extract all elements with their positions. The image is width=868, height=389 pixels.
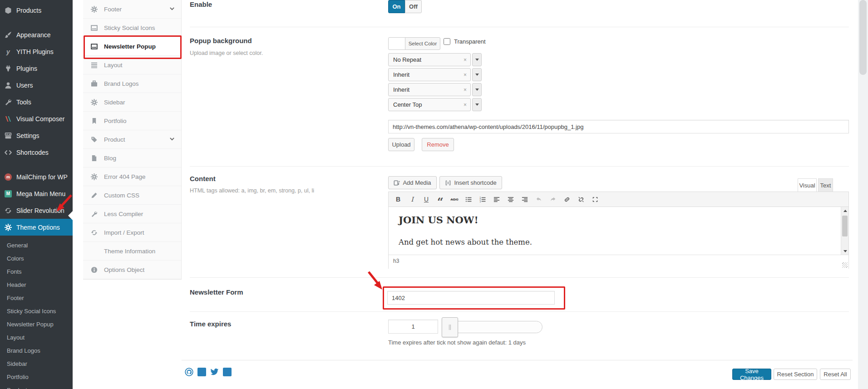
- sidebar-item-settings[interactable]: Settings: [0, 127, 73, 144]
- background-repeat-select[interactable]: No Repeat×: [388, 53, 471, 66]
- background-attachment-select[interactable]: Inherit×: [388, 83, 471, 96]
- background-position-dropdown-arrow[interactable]: [472, 98, 482, 111]
- editor-content-area[interactable]: JOIN US NOW! And get hot news about the …: [389, 207, 848, 255]
- clear-selection-icon[interactable]: ×: [464, 87, 467, 93]
- sidebar-item-mailchimp[interactable]: mMailChimp for WP: [0, 168, 73, 185]
- time-expires-input[interactable]: [388, 320, 438, 334]
- options-item-custom-css[interactable]: Custom CSS: [83, 186, 181, 205]
- page-scrollbar-thumb[interactable]: [859, 0, 867, 75]
- add-media-button[interactable]: Add Media: [388, 176, 437, 189]
- italic-button[interactable]: I: [406, 194, 418, 205]
- submenu-item-general[interactable]: General: [0, 239, 73, 252]
- undo-button[interactable]: [533, 194, 545, 205]
- color-swatch[interactable]: [388, 37, 405, 50]
- submenu-item-fonts[interactable]: Fonts: [0, 265, 73, 278]
- sidebar-item-theme-options[interactable]: Theme Options: [0, 219, 73, 236]
- bulleted-list-button[interactable]: [463, 194, 474, 205]
- tab-visual[interactable]: Visual: [798, 178, 817, 192]
- facebook-icon[interactable]: f: [197, 368, 206, 376]
- align-left-button[interactable]: [491, 194, 503, 205]
- background-size-select[interactable]: Inherit×: [388, 68, 471, 81]
- enable-off-button[interactable]: Off: [405, 0, 422, 13]
- newsletter-form-input[interactable]: [387, 291, 555, 305]
- options-item-import-export[interactable]: Import / Export: [83, 223, 181, 242]
- submenu-item-layout[interactable]: Layout: [0, 331, 73, 344]
- numbered-list-button[interactable]: [477, 194, 488, 205]
- submenu-item-sidebar[interactable]: Sidebar: [0, 357, 73, 370]
- sidebar-item-yith-plugins[interactable]: yYITH Plugins: [0, 43, 73, 60]
- scroll-up-icon[interactable]: [841, 207, 849, 214]
- upload-button[interactable]: Upload: [388, 138, 414, 151]
- time-expires-slider-handle[interactable]: [442, 317, 458, 337]
- options-item-error-404[interactable]: Error 404 Page: [83, 167, 181, 186]
- unlink-button[interactable]: [575, 194, 587, 205]
- blockquote-button[interactable]: “: [434, 197, 446, 207]
- submenu-item-portfolio[interactable]: Portfolio: [0, 370, 73, 384]
- twitter-icon[interactable]: [210, 368, 219, 376]
- sidebar-item-shortcodes[interactable]: Shortcodes: [0, 144, 73, 161]
- tab-text[interactable]: Text: [818, 178, 833, 192]
- window-icon: [90, 43, 98, 50]
- options-item-portfolio[interactable]: Portfolio: [83, 112, 181, 130]
- redo-button[interactable]: [547, 194, 559, 205]
- transparent-checkbox[interactable]: [444, 38, 450, 45]
- options-item-brand-logos[interactable]: Brand Logos: [83, 74, 181, 93]
- submenu-item-header[interactable]: Header: [0, 278, 73, 291]
- submenu-item-footer[interactable]: Footer: [0, 291, 73, 305]
- page-scrollbar[interactable]: [858, 0, 868, 389]
- align-right-icon: [522, 196, 528, 203]
- align-right-button[interactable]: [519, 194, 531, 205]
- background-repeat-dropdown-arrow[interactable]: [472, 53, 482, 66]
- background-size-dropdown-arrow[interactable]: [472, 68, 482, 81]
- options-item-footer[interactable]: Footer: [83, 0, 181, 19]
- editor-scrollbar[interactable]: [841, 207, 848, 255]
- strikethrough-button[interactable]: ABC: [449, 194, 460, 205]
- background-image-url-input[interactable]: [388, 120, 849, 133]
- background-attachment-dropdown-arrow[interactable]: [472, 83, 482, 96]
- background-position-select[interactable]: Center Top×: [388, 98, 471, 111]
- options-item-product[interactable]: Product: [83, 130, 181, 149]
- submenu-item-product[interactable]: Product: [0, 384, 73, 389]
- underline-button[interactable]: U: [420, 194, 432, 205]
- options-item-sticky-social-icons[interactable]: Sticky Social Icons: [83, 19, 181, 37]
- sidebar-item-tools[interactable]: Tools: [0, 94, 73, 110]
- insert-shortcode-button[interactable]: Insert shortcode: [439, 176, 502, 189]
- link-button[interactable]: [561, 194, 573, 205]
- options-item-sidebar[interactable]: Sidebar: [83, 93, 181, 112]
- clear-selection-icon[interactable]: ×: [464, 102, 467, 108]
- align-center-button[interactable]: [505, 194, 517, 205]
- scroll-down-icon[interactable]: [841, 247, 849, 255]
- options-item-less-compiler[interactable]: Less Compiler: [83, 205, 181, 223]
- sidebar-item-plugins[interactable]: Plugins: [0, 60, 73, 77]
- submenu-item-newsletter-popup[interactable]: Newsletter Popup: [0, 318, 73, 331]
- resize-grip-icon[interactable]: [842, 262, 848, 268]
- reset-section-button[interactable]: Reset Section: [774, 369, 817, 380]
- enable-on-button[interactable]: On: [388, 0, 405, 13]
- reset-all-button[interactable]: Reset All: [820, 369, 851, 380]
- options-item-newsletter-popup[interactable]: Newsletter Popup: [83, 37, 181, 56]
- sidebar-item-slider-revolution[interactable]: Slider Revolution: [0, 202, 73, 219]
- sidebar-item-appearance[interactable]: Appearance: [0, 26, 73, 43]
- submenu-item-colors[interactable]: Colors: [0, 252, 73, 265]
- sidebar-item-visual-composer[interactable]: Visual Composer: [0, 110, 73, 127]
- submenu-item-sticky-social-icons[interactable]: Sticky Social Icons: [0, 305, 73, 318]
- options-item-blog[interactable]: Blog: [83, 149, 181, 167]
- options-item-options-object[interactable]: Options Object: [83, 261, 181, 279]
- time-expires-slider-track[interactable]: [449, 321, 542, 333]
- bold-button[interactable]: B: [392, 194, 404, 205]
- clear-selection-icon[interactable]: ×: [464, 72, 467, 78]
- clear-selection-icon[interactable]: ×: [464, 57, 467, 63]
- remove-button[interactable]: Remove: [422, 138, 454, 151]
- submenu-item-brand-logos[interactable]: Brand Logos: [0, 344, 73, 357]
- options-item-layout[interactable]: Layout: [83, 56, 181, 74]
- sidebar-item-mega-main-menu[interactable]: MMega Main Menu: [0, 185, 73, 202]
- select-color-button[interactable]: Select Color: [405, 37, 440, 50]
- linkedin-icon[interactable]: in: [223, 368, 232, 376]
- save-changes-button[interactable]: Save Changes: [732, 369, 771, 380]
- sidebar-item-products[interactable]: Products: [0, 2, 73, 19]
- fullscreen-button[interactable]: [589, 194, 601, 205]
- sidebar-item-users[interactable]: Users: [0, 77, 73, 94]
- options-item-theme-information[interactable]: Theme Information: [83, 242, 181, 261]
- github-icon[interactable]: [185, 368, 193, 376]
- scrollbar-thumb[interactable]: [842, 216, 848, 236]
